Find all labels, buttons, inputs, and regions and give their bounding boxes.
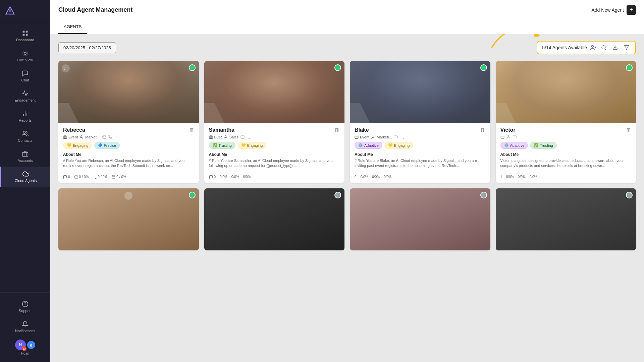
- agent-tag-marketing: Marketi...: [80, 135, 100, 139]
- badge-trusting-samantha: ✅Trusting: [209, 142, 235, 149]
- about-me-label-samantha: About Me: [209, 152, 340, 157]
- agent-delete-victor[interactable]: 🗑: [626, 127, 631, 133]
- tab-agents[interactable]: AGENTS: [58, 20, 87, 34]
- org-icon: [506, 135, 511, 139]
- sidebar-item-live-view[interactable]: Live View: [0, 46, 50, 66]
- filter-bar: 02/20/2025 - 02/27/2025 5/14 Agents Avai…: [58, 41, 636, 54]
- svg-rect-24: [112, 176, 115, 179]
- svg-rect-3: [23, 34, 25, 36]
- svg-marker-21: [624, 46, 629, 50]
- agent-stats-blake: 0 0/0% 0/0% 0/0%: [355, 172, 486, 179]
- add-new-agent-button[interactable]: Add New Agent +: [591, 5, 636, 15]
- badge-precise: 🔷Precise: [94, 142, 120, 149]
- agent-photo-7: [350, 188, 490, 250]
- svg-rect-4: [26, 34, 28, 36]
- badge-adaptive-blake: ⚙️Adaptive: [355, 142, 382, 149]
- agent-expand-icon: [62, 64, 70, 72]
- agent-photo-5: [58, 188, 199, 250]
- agent-name-rebecca: Rebecca: [63, 127, 85, 133]
- filter-icon: [624, 45, 629, 50]
- sidebar-item-engagement[interactable]: Engagement: [0, 86, 50, 106]
- tag-marketing-label: Marketi...: [85, 135, 100, 139]
- about-me-label-blake: About Me: [355, 152, 486, 157]
- agent-status-dot-5: [189, 192, 196, 198]
- sidebar-item-support[interactable]: Support: [0, 297, 50, 317]
- sidebar-item-chat-label: Chat: [21, 78, 29, 82]
- agents-available-box: 5/14 Agents Available: [537, 41, 636, 54]
- email-icon-4: [513, 135, 517, 139]
- agent-tags-row-rebecca: Event Marketi...: [63, 135, 194, 139]
- agent-status-dot-blake: [480, 64, 487, 71]
- agent-card-8: [496, 188, 636, 250]
- svg-point-29: [225, 136, 226, 137]
- about-me-label: About Me: [63, 152, 194, 157]
- agent-header-rebecca: Rebecca 🗑: [63, 127, 194, 133]
- users-icon-3: [371, 135, 375, 139]
- sidebar-nav: Dashboard Live View Chat Engagement Repo…: [0, 23, 50, 292]
- users-icon: [80, 135, 84, 139]
- svg-rect-31: [501, 136, 504, 139]
- sidebar-user[interactable]: N 13 g Ngan: [0, 337, 50, 358]
- agent-card-5: [58, 188, 199, 250]
- stat-chat-samantha: 0: [209, 175, 216, 179]
- sidebar-item-contacts-label: Contacts: [18, 138, 32, 142]
- sidebar-item-reports[interactable]: Reports: [0, 106, 50, 126]
- agent-card-victor: Victor 🗑 ⚙️Adaptive: [496, 61, 636, 183]
- sidebar-item-accounts[interactable]: Accounts: [0, 146, 50, 167]
- email-icon-3: [394, 135, 398, 139]
- agent-tag-sales: Sales: [224, 135, 239, 139]
- agent-info-blake: Blake 🗑 Event Marketi...: [350, 123, 490, 183]
- sidebar-item-dashboard-label: Dashboard: [16, 38, 34, 42]
- briefcase-icon: [209, 135, 213, 139]
- phone-icon-3: [400, 135, 404, 139]
- svg-point-0: [9, 9, 11, 12]
- agent-card-rebecca: Rebecca 🗑 Event Marketi...: [58, 61, 199, 183]
- user-name: Ngan: [21, 352, 29, 355]
- agent-tags-row-samantha: BDR Sales: [209, 135, 340, 139]
- search-icon-button[interactable]: [600, 44, 608, 52]
- agent-photo-8: [496, 188, 636, 250]
- page-title: Cloud Agent Management: [58, 6, 132, 13]
- email-stat-icon: [74, 175, 78, 179]
- agent-delete-blake[interactable]: 🗑: [480, 127, 486, 133]
- badge-engaging-blake: 💛Engaging: [384, 142, 414, 149]
- download-icon-button[interactable]: [611, 44, 619, 52]
- sidebar-item-live-view-label: Live View: [17, 58, 33, 62]
- agent-photo-6: [204, 188, 345, 250]
- agent-card-samantha: Samantha 🗑 BDR Sales: [204, 61, 345, 183]
- agent-delete-samantha[interactable]: 🗑: [334, 127, 340, 133]
- download-icon: [612, 45, 618, 50]
- calendar-stat-icon: [111, 175, 115, 179]
- chat-stat-icon: [63, 175, 67, 179]
- agents-grid-row2: [58, 188, 636, 250]
- search-icon: [601, 45, 606, 50]
- svg-point-23: [81, 136, 82, 137]
- sidebar-item-notifications-label: Notifications: [15, 329, 35, 333]
- agent-card-7: [350, 188, 490, 250]
- svg-rect-28: [209, 136, 213, 139]
- filter-icon-button[interactable]: [623, 44, 631, 52]
- content-area: 02/20/2025 - 02/27/2025 5/14 Agents Avai…: [50, 34, 644, 362]
- stat-calendar-rebecca: 0/0%: [111, 175, 126, 179]
- agent-status-dot-6: [334, 192, 341, 198]
- sidebar-item-dashboard[interactable]: Dashboard: [0, 26, 50, 46]
- phone-stat-icon: [93, 175, 97, 179]
- about-me-label-victor: About Me: [500, 152, 632, 157]
- sidebar-item-cloud-agents[interactable]: Cloud Agents: [0, 167, 50, 187]
- date-range-button[interactable]: 02/20/2025 - 02/27/2025: [58, 42, 116, 53]
- agent-info-victor: Victor 🗑 ⚙️Adaptive: [496, 123, 636, 183]
- tag-event-label: Event: [68, 135, 78, 139]
- sidebar-item-contacts[interactable]: Contacts: [0, 126, 50, 146]
- email-small-icon-2: [240, 135, 245, 139]
- agent-status-dot-7: [480, 192, 487, 198]
- sidebar-item-chat[interactable]: Chat: [0, 66, 50, 86]
- add-icon: +: [627, 5, 636, 15]
- sidebar-item-notifications[interactable]: Notifications: [0, 317, 50, 337]
- agent-delete-rebecca[interactable]: 🗑: [189, 127, 194, 133]
- badge-engaging-samantha: 💛Engaging: [237, 142, 267, 149]
- svg-point-6: [23, 51, 28, 56]
- agent-card-blake: Blake 🗑 Event Marketi...: [350, 61, 490, 183]
- badge-trusting-victor: ✅Trusting: [530, 142, 556, 149]
- agent-name-victor: Victor: [500, 127, 516, 133]
- agent-header-victor: Victor 🗑: [500, 127, 632, 133]
